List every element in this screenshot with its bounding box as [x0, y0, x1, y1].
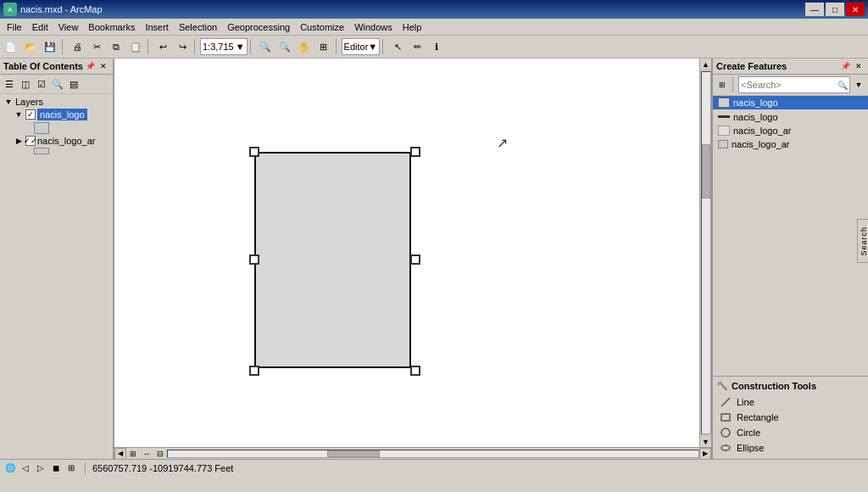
layer-entry-nacis-logo[interactable]: nacis_logo	[713, 96, 868, 109]
scroll-page-btn1[interactable]: ⊞	[126, 448, 140, 460]
ellipse-label: Ellipse	[737, 443, 764, 453]
scrollbar-track-h[interactable]	[167, 450, 699, 458]
scroll-page-btn3[interactable]: ⊟	[153, 448, 167, 460]
toc-search[interactable]: 🔍	[50, 76, 65, 92]
copy-button[interactable]: ⧉	[107, 38, 125, 55]
layer-entry-nacis-logo-ar-1[interactable]: nacis_logo_ar	[713, 124, 868, 137]
zoom-in-button[interactable]: 🔍	[256, 38, 275, 55]
nacis-logo-checkbox[interactable]	[25, 109, 36, 120]
menu-geoprocessing[interactable]: Geoprocessing	[222, 20, 295, 34]
menu-selection[interactable]: Selection	[174, 20, 222, 34]
paste-button[interactable]: 📋	[126, 38, 145, 55]
toc-source-view[interactable]: ◫	[18, 76, 33, 92]
expand-nacis-icon[interactable]: ▼	[14, 109, 24, 120]
search-input[interactable]	[741, 80, 836, 90]
construction-circle[interactable]: Circle	[716, 425, 865, 440]
scroll-up-arrow[interactable]: ▲	[700, 59, 712, 70]
layer-entry-nacis-logo-line[interactable]: nacis_logo	[713, 109, 868, 124]
nacis-logo-label[interactable]: nacis_logo	[37, 109, 87, 120]
layer-entry-label-2: nacis_logo	[733, 112, 778, 122]
undo-button[interactable]: ↩	[153, 38, 172, 55]
search-box[interactable]: 🔍	[738, 76, 850, 93]
separator-2	[147, 39, 151, 54]
handle-top-right[interactable]	[410, 147, 420, 157]
status-nav-button[interactable]: ◁	[19, 461, 32, 475]
toc-content: ▼ Layers ▼ nacis_logo	[0, 94, 113, 459]
layers-group-header[interactable]: ▼ Layers	[2, 96, 111, 108]
expand-nacis-ar-icon[interactable]: ▶	[14, 136, 24, 146]
scale-dropdown[interactable]: 1:3,715 ▼	[200, 38, 248, 55]
nacis-logo-layer[interactable]: ▼ nacis_logo	[12, 108, 111, 121]
select-button[interactable]: ↖	[388, 38, 407, 55]
nacis-logo-ar-layer[interactable]: ▶ ✓ nacis_logo_ar	[12, 135, 111, 147]
panel-options-button[interactable]: ▼	[851, 77, 866, 92]
menu-windows[interactable]: Windows	[349, 20, 398, 34]
close-button[interactable]: ✕	[846, 3, 865, 16]
status-coords: 6560757.719 -10919744.773 Feet	[92, 463, 233, 473]
redo-button[interactable]: ↪	[173, 38, 192, 55]
panel-organize-button[interactable]: ⊞	[715, 77, 730, 92]
search-go-button[interactable]: 🔍	[837, 81, 848, 90]
map-area[interactable]: ↗ ◀ ⊞ ↔ ⊟ ▶ ▲ ▼	[114, 59, 711, 459]
pan-button[interactable]: ✋	[295, 38, 314, 55]
zoom-out-button[interactable]: 🔍	[275, 38, 294, 55]
separator-6	[382, 39, 386, 54]
maximize-button[interactable]: □	[826, 3, 844, 16]
editor-dropdown[interactable]: Editor▼	[342, 38, 381, 55]
panel-close-button[interactable]: ✕	[853, 60, 865, 72]
scrollbar-v[interactable]: ▲ ▼	[699, 59, 711, 447]
status-extent-button[interactable]: ⊞	[64, 461, 78, 475]
toc-pin-button[interactable]: 📌	[84, 60, 96, 72]
construction-rectangle[interactable]: Rectangle	[716, 410, 865, 425]
toc-selection-view[interactable]: ☑	[34, 76, 49, 92]
scroll-right-arrow[interactable]: ▶	[699, 448, 711, 460]
scroll-left-arrow[interactable]: ◀	[114, 448, 126, 460]
handle-top-left[interactable]	[249, 147, 259, 157]
new-button[interactable]: 📄	[2, 38, 20, 55]
handle-bottom-left[interactable]	[249, 366, 259, 376]
print-button[interactable]: 🖨	[68, 38, 86, 55]
cut-button[interactable]: ✂	[87, 38, 106, 55]
toc-list-view[interactable]: ☰	[2, 76, 17, 92]
layer-entry-nacis-logo-ar-2[interactable]: nacis_logo_ar	[713, 137, 868, 151]
toc-options[interactable]: ▤	[66, 76, 81, 92]
menu-file[interactable]: File	[2, 20, 27, 34]
scroll-down-arrow[interactable]: ▼	[700, 435, 712, 447]
map-scrollbar-h[interactable]: ◀ ⊞ ↔ ⊟ ▶	[114, 447, 711, 459]
handle-bottom-right[interactable]	[410, 366, 420, 376]
menu-bookmarks[interactable]: Bookmarks	[83, 20, 140, 34]
menu-insert[interactable]: Insert	[140, 20, 174, 34]
title-bar-left: A nacis.mxd - ArcMap	[3, 3, 103, 16]
menu-edit[interactable]: Edit	[27, 20, 53, 34]
construction-line[interactable]: Line	[716, 394, 865, 410]
menu-view[interactable]: View	[53, 20, 84, 34]
nacis-logo-ar-group: ▶ ✓ nacis_logo_ar	[12, 135, 111, 154]
handle-mid-right[interactable]	[410, 254, 420, 265]
status-globe-button[interactable]: 🌐	[3, 461, 17, 475]
scrollbar-thumb-v[interactable]	[702, 144, 710, 198]
handle-mid-left[interactable]	[249, 254, 259, 265]
expand-layers-icon[interactable]: ▼	[3, 97, 14, 107]
minimize-button[interactable]: —	[805, 3, 824, 16]
scroll-page-btn2[interactable]: ↔	[140, 448, 153, 460]
scrollbar-track-v[interactable]	[701, 71, 711, 434]
editor-label: Editor▼	[344, 42, 378, 52]
panel-pin-button[interactable]: 📌	[839, 60, 851, 72]
open-button[interactable]: 📂	[21, 38, 40, 55]
toc-close-button[interactable]: ✕	[97, 60, 109, 72]
status-stop-button[interactable]: ◼	[49, 461, 63, 475]
title-controls[interactable]: — □ ✕	[805, 3, 865, 16]
edit-button[interactable]: ✏	[408, 38, 426, 55]
menu-help[interactable]: Help	[398, 20, 427, 34]
nacis-logo-ar-checkbox[interactable]: ✓	[25, 136, 36, 146]
save-button[interactable]: 💾	[41, 38, 59, 55]
nacis-logo-ar-label[interactable]: nacis_logo_ar	[37, 136, 96, 146]
full-extent-button[interactable]: ⊞	[314, 38, 333, 55]
menu-customize[interactable]: Customize	[295, 20, 349, 34]
identify-button[interactable]: ℹ	[427, 38, 446, 55]
search-side-tab[interactable]: Search	[857, 219, 868, 264]
construction-ellipse[interactable]: Ellipse	[716, 440, 865, 456]
status-nav-fwd-button[interactable]: ▷	[34, 461, 47, 475]
svg-line-0	[721, 398, 730, 406]
scrollbar-thumb-h[interactable]	[327, 450, 381, 457]
